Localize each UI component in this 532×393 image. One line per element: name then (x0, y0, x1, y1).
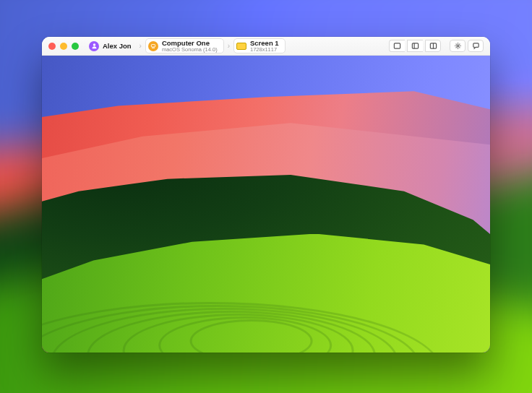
settings-button[interactable] (450, 40, 466, 52)
chevron-right-icon: › (228, 42, 230, 50)
titlebar: Alex Jon › Computer One macOS Sonoma (14… (42, 37, 490, 56)
minimize-button[interactable] (60, 43, 67, 50)
zoom-button[interactable] (72, 43, 79, 50)
user-icon (89, 41, 99, 51)
svg-rect-1 (151, 44, 155, 46)
display-icon (236, 43, 246, 50)
svg-rect-3 (394, 43, 400, 48)
layout-single-button[interactable] (389, 40, 405, 52)
svg-point-8 (457, 45, 459, 47)
user-name: Alex Jon (103, 42, 132, 50)
layout-sidebar-button[interactable] (407, 40, 423, 52)
breadcrumb-user[interactable]: Alex Jon (87, 40, 136, 53)
terrace-pattern (42, 172, 490, 353)
svg-rect-4 (412, 43, 418, 48)
screen-resolution: 1728x1117 (250, 47, 279, 53)
computer-icon (148, 41, 158, 51)
svg-point-0 (93, 43, 95, 46)
breadcrumb-screen[interactable]: Screen 1 1728x1117 (233, 38, 286, 53)
chat-button[interactable] (468, 40, 484, 52)
close-button[interactable] (48, 43, 56, 50)
toolbar-controls (389, 40, 484, 52)
layout-split-button[interactable] (425, 40, 441, 52)
remote-desktop-window: Alex Jon › Computer One macOS Sonoma (14… (42, 37, 490, 353)
computer-os: macOS Sonoma (14.0) (162, 47, 218, 53)
traffic-lights (48, 43, 79, 50)
remote-desktop-view[interactable] (42, 56, 490, 353)
breadcrumb-computer[interactable]: Computer One macOS Sonoma (14.0) (145, 38, 224, 53)
chevron-right-icon: › (140, 42, 142, 50)
